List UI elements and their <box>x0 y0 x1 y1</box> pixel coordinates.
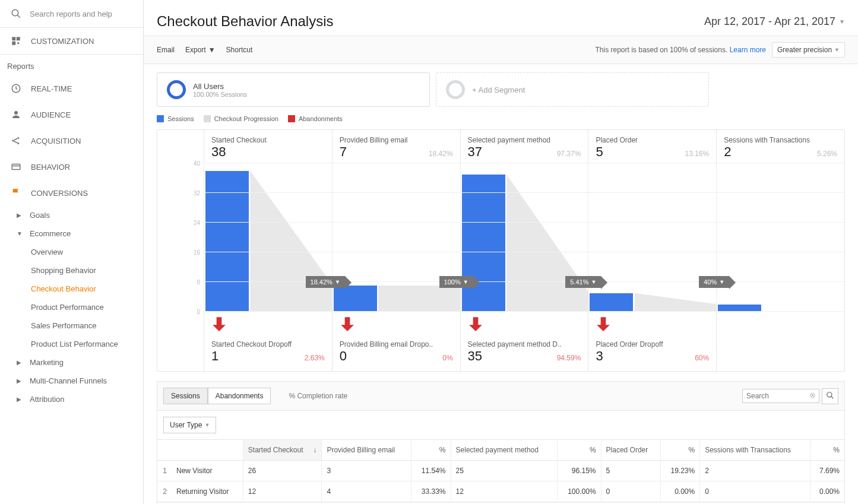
sub-mcf[interactable]: ▶Multi-Channel Funnels <box>0 372 143 390</box>
svg-rect-4 <box>12 42 15 45</box>
table-search-button[interactable] <box>822 388 838 404</box>
dropoff-value: 3 <box>596 348 603 364</box>
dropoff-label: Provided Billing email Dropo.. <box>340 340 453 348</box>
ecom-overview[interactable]: Overview <box>0 243 143 261</box>
tab-abandonments[interactable]: Abandonments <box>208 388 271 404</box>
col-header[interactable]: % <box>411 440 451 461</box>
col-header[interactable]: Started Checkout ↓ <box>243 440 322 461</box>
shortcut-button[interactable]: Shortcut <box>226 46 253 54</box>
dropoff-pct: 0% <box>442 354 452 362</box>
data-table: Sessions Abandonments % Completion rate … <box>157 381 845 504</box>
svg-point-8 <box>12 140 14 142</box>
dropoff-label: Placed Order Dropoff <box>596 340 709 348</box>
step-pct: 18.42% <box>429 150 453 158</box>
svg-point-13 <box>827 392 832 397</box>
chart-legend: Sessions Checkout Progression Abandonmen… <box>144 112 858 129</box>
progression-tag[interactable]: 18.42% ▼ <box>306 276 345 288</box>
col-header[interactable]: Placed Order <box>601 440 661 461</box>
nav-conversions[interactable]: CONVERSIONS <box>0 180 143 206</box>
progression-tag[interactable]: 40% ▼ <box>699 276 729 288</box>
funnel-bar[interactable] <box>334 286 377 312</box>
step-value: 2 <box>724 144 731 160</box>
svg-point-10 <box>17 142 19 144</box>
progression-tag[interactable]: 5.41% ▼ <box>565 276 601 288</box>
date-range-picker[interactable]: Apr 12, 2017 - Apr 21, 2017 ▼ <box>704 15 845 28</box>
clock-icon <box>11 83 21 94</box>
chevron-right-icon: ▶ <box>17 212 23 218</box>
funnel-bar[interactable] <box>590 293 633 312</box>
swatch-abandonments <box>288 115 295 122</box>
funnel-chart: Started Checkout38Provided Billing email… <box>157 129 845 372</box>
swatch-sessions <box>157 115 164 122</box>
main: Checkout Behavior Analysis Apr 12, 2017 … <box>144 0 858 504</box>
dropoff-arrow-icon <box>596 315 611 332</box>
dropoff-value: 0 <box>340 348 347 364</box>
segment-name: All Users <box>193 82 247 91</box>
step-label: Started Checkout <box>211 136 325 144</box>
report-note: This report is based on 100% of sessions… <box>596 46 767 54</box>
table-row[interactable]: 2Returning Visitor12433.33%12100.00%00.0… <box>157 481 844 502</box>
step-label: Sessions with Transactions <box>724 136 837 144</box>
sub-goals[interactable]: ▶Goals <box>0 206 143 224</box>
table-search-input[interactable] <box>742 389 819 403</box>
sub-attribution[interactable]: ▶Attribution <box>0 390 143 408</box>
table-row[interactable]: 1New Visitor26311.54%2596.15%519.23%27.6… <box>157 461 844 481</box>
dropoff-pct: 94.59% <box>557 354 581 362</box>
email-button[interactable]: Email <box>157 46 175 54</box>
chevron-down-icon: ▼ <box>17 230 23 237</box>
chevron-right-icon: ▶ <box>17 396 23 402</box>
col-header[interactable]: % <box>557 440 601 461</box>
svg-point-9 <box>17 137 19 139</box>
step-label: Selected payment method <box>468 136 581 144</box>
step-value: 7 <box>340 144 347 160</box>
tab-sessions[interactable]: Sessions <box>163 388 208 404</box>
dropoff-arrow-icon <box>468 315 483 332</box>
svg-line-1 <box>17 15 20 18</box>
step-label: Provided Billing email <box>340 136 453 144</box>
ecom-sales-performance[interactable]: Sales Performance <box>0 316 143 335</box>
segment-circle-icon <box>446 80 465 99</box>
segment-all-users[interactable]: All Users 100.00% Sessions <box>157 72 430 107</box>
dropoff-label: Started Checkout Dropoff <box>211 340 325 348</box>
step-label: Placed Order <box>596 136 709 144</box>
export-button[interactable]: Export▼ <box>185 46 216 54</box>
customization-nav[interactable]: CUSTOMIZATION <box>0 28 143 54</box>
sidebar: CUSTOMIZATION Reports REAL-TIME AUDIENCE… <box>0 0 144 504</box>
sub-marketing[interactable]: ▶Marketing <box>0 353 143 372</box>
ecom-shopping-behavior[interactable]: Shopping Behavior <box>0 261 143 280</box>
add-segment-button[interactable]: + Add Segment <box>436 72 709 107</box>
dimension-selector[interactable]: User Type▼ <box>163 417 216 433</box>
svg-point-7 <box>14 111 18 115</box>
flag-icon <box>11 188 21 198</box>
col-header[interactable]: % <box>810 440 844 461</box>
learn-more-link[interactable]: Learn more <box>730 46 766 54</box>
search-row <box>0 0 143 28</box>
col-header[interactable]: Sessions with Transactions <box>700 440 810 461</box>
dashboard-icon <box>11 36 21 46</box>
ecom-product-performance[interactable]: Product Performance <box>0 298 143 316</box>
col-header[interactable]: Provided Billing email <box>322 440 411 461</box>
nav-acquisition[interactable]: ACQUISITION <box>0 128 143 154</box>
col-header[interactable]: % <box>661 440 700 461</box>
dropoff-value: 35 <box>468 348 482 364</box>
ecom-checkout-behavior[interactable]: Checkout Behavior <box>0 280 143 298</box>
step-pct: 13.16% <box>685 150 709 158</box>
nav-behavior[interactable]: BEHAVIOR <box>0 154 143 180</box>
search-input[interactable] <box>30 9 132 18</box>
svg-rect-11 <box>12 164 20 170</box>
col-header[interactable]: Selected payment method <box>451 440 557 461</box>
step-pct: 5.26% <box>817 150 837 158</box>
sub-ecommerce[interactable]: ▼Ecommerce <box>0 224 143 243</box>
dropoff-arrow-icon <box>211 315 227 332</box>
progression-tag[interactable]: 100% ▼ <box>439 276 473 288</box>
clear-icon[interactable]: ⊗ <box>809 391 816 400</box>
nav-audience[interactable]: AUDIENCE <box>0 102 143 128</box>
chevron-down-icon: ▼ <box>839 18 845 25</box>
funnel-bar[interactable] <box>462 175 505 312</box>
dropoff-arrow-icon <box>340 315 355 332</box>
segment-sub: 100.00% Sessions <box>193 91 247 98</box>
dropoff-label: Selected payment method D.. <box>468 340 581 348</box>
ecom-product-list-performance[interactable]: Product List Performance <box>0 335 143 353</box>
precision-button[interactable]: Greater precision▼ <box>772 42 845 58</box>
nav-realtime[interactable]: REAL-TIME <box>0 75 143 102</box>
